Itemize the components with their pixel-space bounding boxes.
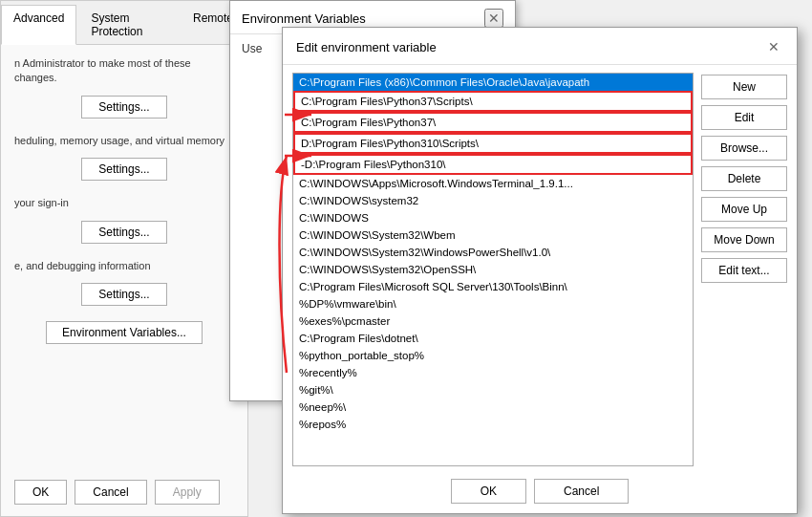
list-item[interactable]: -D:\Program Files\Python310\ xyxy=(293,154,693,175)
edit-dialog-main-area: C:\Program Files (x86)\Common Files\Orac… xyxy=(283,65,797,474)
settings-button-3[interactable]: Settings... xyxy=(81,221,167,244)
list-item[interactable]: %DP%\vmware\bin\ xyxy=(293,295,693,312)
tab-bar: Advanced System Protection Remote xyxy=(1,1,247,45)
section-text-3: your sign-in xyxy=(14,196,234,210)
list-item[interactable]: C:\Program Files\dotnet\ xyxy=(293,330,693,347)
ok-button[interactable]: OK xyxy=(14,480,67,505)
settings-button-2[interactable]: Settings... xyxy=(81,158,167,181)
list-item[interactable]: %python_portable_stop% xyxy=(293,347,693,364)
section-text-2: heduling, memory usage, and virtual memo… xyxy=(14,134,234,148)
settings-button-4[interactable]: Settings... xyxy=(81,283,167,306)
list-item[interactable]: C:\WINDOWS\System32\Wbem xyxy=(293,226,693,244)
apply-button[interactable]: Apply xyxy=(155,480,220,505)
list-item[interactable]: C:\WINDOWS xyxy=(293,209,693,226)
settings-button-1[interactable]: Settings... xyxy=(81,96,167,118)
list-item[interactable]: C:\Program Files (x86)\Common Files\Orac… xyxy=(293,74,693,91)
list-item[interactable]: C:\Program Files\Python37\Scripts\ xyxy=(293,91,693,112)
edit-dialog-close-button[interactable]: ✕ xyxy=(764,37,783,56)
edit-dialog-ok-button[interactable]: OK xyxy=(451,479,526,504)
edit-environment-variable-dialog: Edit environment variable ✕ C:\Program F… xyxy=(282,27,798,514)
system-properties-panel: Advanced System Protection Remote n Admi… xyxy=(0,0,248,517)
section-text-1: n Administrator to make most of these ch… xyxy=(14,56,234,86)
edit-dialog-title-bar: Edit environment variable ✕ xyxy=(283,28,797,65)
bottom-button-group: OK Cancel Apply xyxy=(14,480,220,505)
tab-system-protection[interactable]: System Protection xyxy=(78,5,179,44)
cancel-button[interactable]: Cancel xyxy=(75,480,146,505)
list-item[interactable]: C:\WINDOWS\System32\WindowsPowerShell\v1… xyxy=(293,244,693,261)
delete-button[interactable]: Delete xyxy=(701,166,787,191)
edit-dialog-footer: OK Cancel xyxy=(283,479,797,504)
list-item[interactable]: %recently% xyxy=(293,364,693,381)
side-button-group: New Edit Browse... Delete Move Up Move D… xyxy=(701,73,787,466)
path-list[interactable]: C:\Program Files (x86)\Common Files\Orac… xyxy=(292,73,694,466)
list-item[interactable]: C:\Program Files\Microsoft SQL Server\13… xyxy=(293,278,693,295)
edit-text-button[interactable]: Edit text... xyxy=(701,258,787,283)
list-item[interactable]: C:\WINDOWS\system32 xyxy=(293,192,693,209)
new-button[interactable]: New xyxy=(701,75,787,99)
list-item[interactable]: C:\Program Files\Python37\ xyxy=(293,112,693,133)
list-item[interactable]: %exes%\pcmaster xyxy=(293,312,693,330)
section-text-4: e, and debugging information xyxy=(14,259,234,273)
move-up-button[interactable]: Move Up xyxy=(701,197,787,222)
edit-button[interactable]: Edit xyxy=(701,105,787,130)
tab-advanced[interactable]: Advanced xyxy=(1,5,76,45)
list-item[interactable]: C:\WINDOWS\Apps\Microsoft.WindowsTermina… xyxy=(293,175,693,192)
move-down-button[interactable]: Move Down xyxy=(701,227,787,252)
env-user-header: Use xyxy=(242,42,262,55)
list-item[interactable]: %git%\ xyxy=(293,381,693,399)
environment-variables-button[interactable]: Environment Variables... xyxy=(46,321,203,344)
browse-button[interactable]: Browse... xyxy=(701,136,787,161)
edit-dialog-cancel-button[interactable]: Cancel xyxy=(534,479,629,504)
env-dialog-title: Environment Variables xyxy=(242,11,366,26)
list-item[interactable]: D:\Program Files\Python310\Scripts\ xyxy=(293,133,693,154)
edit-dialog-title: Edit environment variable xyxy=(296,40,437,54)
list-item[interactable]: %neep%\ xyxy=(293,399,693,416)
list-item[interactable]: C:\WINDOWS\System32\OpenSSH\ xyxy=(293,261,693,278)
env-dialog-close-button[interactable]: ✕ xyxy=(484,9,503,28)
list-item[interactable]: %repos% xyxy=(293,416,693,433)
